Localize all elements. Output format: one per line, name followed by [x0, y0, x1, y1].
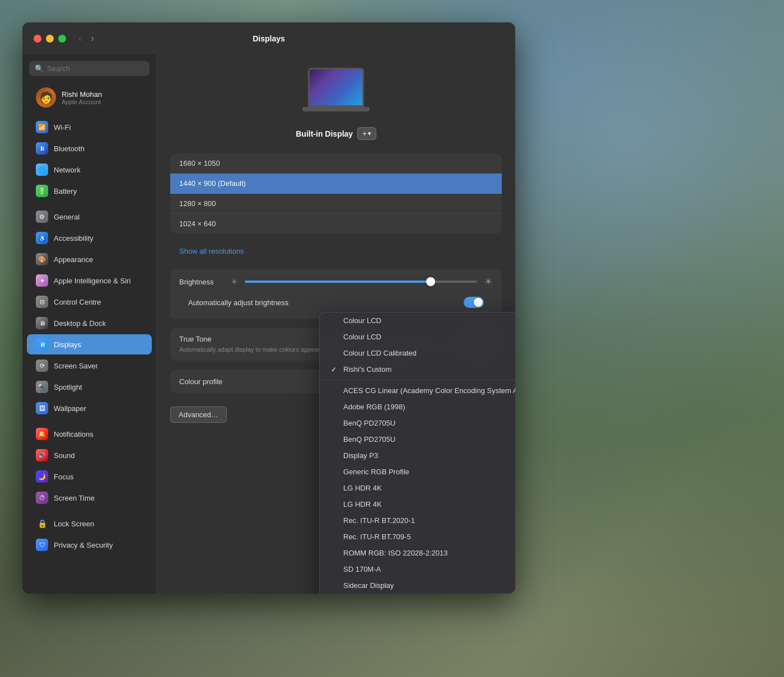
screensaver-icon: ⟳ — [36, 359, 48, 372]
dropdown-item-sd170m[interactable]: SD 170M-A — [320, 561, 515, 577]
user-name: Rishi Mohan — [62, 90, 102, 99]
sidebar-item-network[interactable]: 🌐 Network — [27, 160, 152, 180]
sidebar-item-label: Network — [54, 166, 81, 174]
dropdown-item-rec2020[interactable]: Rec. ITU-R BT.2020-1 — [320, 512, 515, 529]
desktop-icon: 🖥 — [36, 317, 48, 329]
sidebar-item-label: Spotlight — [54, 383, 82, 391]
maximize-button[interactable] — [58, 35, 66, 43]
sidebar-item-siri[interactable]: ✦ Apple Intelligence & Siri — [27, 270, 152, 291]
content-area: 🔍 🧑 Rishi Mohan Apple Account 📶 Wi-Fi 𝐁 — [22, 54, 515, 594]
sidebar-item-battery[interactable]: 🔋 Battery — [27, 181, 152, 201]
nav-arrows: ‹ › — [75, 31, 97, 45]
minimize-button[interactable] — [46, 35, 54, 43]
control-icon: ⊟ — [36, 296, 48, 308]
sidebar-item-label: Lock Screen — [54, 520, 94, 528]
sidebar-item-privacy[interactable]: 🛡 Privacy & Security — [27, 535, 152, 555]
resolution-item-1680[interactable]: 1680 × 1050 — [170, 153, 502, 174]
resolution-item-1440[interactable]: 1440 × 900 (Default) — [170, 174, 502, 194]
sidebar-item-wifi[interactable]: 📶 Wi-Fi — [27, 117, 152, 137]
privacy-icon: 🛡 — [36, 539, 48, 551]
sidebar-item-label: Apple Intelligence & Siri — [54, 277, 130, 285]
sidebar-item-label: Wallpaper — [54, 404, 86, 413]
brightness-row: Brightness ☀ ☀ — [179, 276, 493, 288]
sidebar-item-displays[interactable]: 🖥 Displays — [27, 334, 152, 354]
dropdown-item-sidecar[interactable]: Sidecar Display — [320, 577, 515, 594]
dropdown-item-colour-lcd-calibrated[interactable]: Colour LCD Calibrated — [320, 345, 515, 361]
dropdown-item-benq-2[interactable]: BenQ PD2705U — [320, 431, 515, 447]
dropdown-divider-1 — [320, 380, 515, 380]
sidebar-item-bluetooth[interactable]: 𝐁 Bluetooth — [27, 138, 152, 158]
auto-brightness-label: Automatically adjust brightness — [188, 298, 288, 307]
sidebar-item-label: Notifications — [54, 430, 94, 438]
sun-bright-icon: ☀ — [484, 276, 493, 288]
brightness-slider[interactable] — [245, 281, 477, 283]
close-button[interactable] — [34, 35, 41, 43]
user-profile[interactable]: 🧑 Rishi Mohan Apple Account — [27, 83, 152, 112]
back-button[interactable]: ‹ — [75, 31, 85, 45]
sidebar-item-accessibility[interactable]: ♿ Accessibility — [27, 228, 152, 248]
spotlight-icon: 🔦 — [36, 381, 48, 393]
sidebar-item-label: General — [54, 213, 80, 221]
forward-button[interactable]: › — [87, 31, 97, 45]
dropdown-item-aces[interactable]: ACES CG Linear (Academy Color Encoding S… — [320, 382, 515, 399]
battery-icon: 🔋 — [36, 185, 48, 197]
sidebar-item-lock[interactable]: 🔒 Lock Screen — [27, 513, 152, 534]
appearance-icon: 🎨 — [36, 253, 48, 265]
auto-brightness-toggle[interactable] — [464, 297, 484, 308]
sidebar-item-focus[interactable]: 🌙 Focus — [27, 466, 152, 487]
laptop-base — [302, 107, 370, 111]
sidebar-item-sound[interactable]: 🔊 Sound — [27, 445, 152, 465]
laptop-screen — [308, 68, 364, 107]
dropdown-item-rishi-custom[interactable]: ✓ Rishi's Custom — [320, 361, 515, 377]
lock-icon: 🔒 — [36, 517, 48, 530]
siri-icon: ✦ — [36, 274, 48, 287]
dropdown-item-colour-lcd-1[interactable]: Colour LCD — [320, 312, 515, 329]
window-title: Displays — [253, 34, 285, 43]
wifi-icon: 📶 — [36, 121, 48, 133]
advanced-button[interactable]: Advanced… — [170, 407, 227, 423]
user-subtitle: Apple Account — [62, 99, 102, 105]
dropdown-item-generic-rgb[interactable]: Generic RGB Profile — [320, 464, 515, 480]
dropdown-item-rec709[interactable]: Rec. ITU-R BT.709-5 — [320, 529, 515, 545]
resolution-section: 1680 × 1050 1440 × 900 (Default) 1280 × … — [170, 153, 502, 234]
auto-brightness-row: Automatically adjust brightness — [179, 292, 493, 312]
dropdown-item-lg-hdr-1[interactable]: LG HDR 4K — [320, 480, 515, 496]
sidebar-item-desktop[interactable]: 🖥 Desktop & Dock — [27, 313, 152, 333]
dropdown-item-romm-rgb[interactable]: ROMM RGB: ISO 22028-2:2013 — [320, 545, 515, 561]
slider-thumb[interactable] — [426, 277, 435, 286]
show-all-resolutions[interactable]: Show all resolutions — [170, 242, 502, 260]
sidebar-item-general[interactable]: ⚙ General — [27, 207, 152, 227]
sidebar-item-control[interactable]: ⊟ Control Centre — [27, 292, 152, 312]
sidebar-item-label: Bluetooth — [54, 144, 85, 153]
traffic-lights — [34, 35, 66, 43]
sidebar-item-label: Privacy & Security — [54, 541, 113, 549]
checkmark-icon: ✓ — [331, 366, 339, 373]
display-name: Built-in Display — [296, 129, 353, 138]
display-preview: Built-in Display + ▾ — [170, 68, 502, 140]
resolution-item-1280[interactable]: 1280 × 800 — [170, 194, 502, 214]
add-display-button[interactable]: + ▾ — [357, 127, 376, 140]
search-input[interactable] — [47, 64, 144, 73]
dropdown-item-display-p3[interactable]: Display P3 — [320, 447, 515, 464]
resolution-item-1024[interactable]: 1024 × 640 — [170, 214, 502, 234]
wallpaper-icon: 🖼 — [36, 402, 48, 414]
displays-icon: 🖥 — [36, 338, 48, 351]
sidebar-item-label: Focus — [54, 473, 73, 481]
sidebar-item-appearance[interactable]: 🎨 Appearance — [27, 249, 152, 269]
dropdown-item-lg-hdr-2[interactable]: LG HDR 4K — [320, 496, 515, 512]
dropdown-item-colour-lcd-2[interactable]: Colour LCD — [320, 329, 515, 345]
sidebar-item-spotlight[interactable]: 🔦 Spotlight — [27, 377, 152, 397]
bluetooth-icon: 𝐁 — [36, 142, 48, 155]
colour-profile-label: Colour profile — [179, 377, 222, 386]
sidebar-item-screentime[interactable]: ⏱ Screen Time — [27, 488, 152, 508]
sidebar-item-screensaver[interactable]: ⟳ Screen Saver — [27, 356, 152, 376]
notifications-icon: 🔔 — [36, 428, 48, 440]
brightness-label: Brightness — [179, 278, 224, 286]
search-box[interactable]: 🔍 — [29, 61, 150, 76]
sidebar-item-wallpaper[interactable]: 🖼 Wallpaper — [27, 398, 152, 418]
sidebar-item-notifications[interactable]: 🔔 Notifications — [27, 424, 152, 444]
sidebar: 🔍 🧑 Rishi Mohan Apple Account 📶 Wi-Fi 𝐁 — [22, 54, 157, 594]
colour-profile-dropdown[interactable]: Colour LCD Colour LCD Colour LCD Calibra… — [319, 312, 515, 594]
dropdown-item-benq-1[interactable]: BenQ PD2705U — [320, 415, 515, 431]
dropdown-item-adobe-rgb[interactable]: Adobe RGB (1998) — [320, 399, 515, 415]
